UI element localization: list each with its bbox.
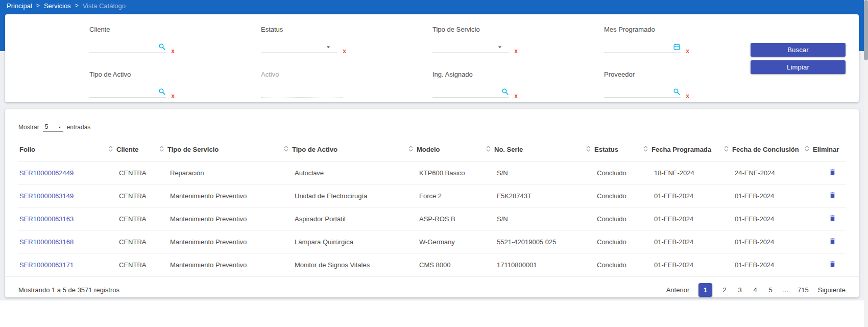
- scrollbar-thumb[interactable]: [864, 0, 868, 60]
- cell-estatus: Concluido: [586, 207, 643, 230]
- filter-panel: Cliente x Estatus x Tipo de Servicio: [5, 14, 859, 102]
- page-size-select[interactable]: 5: [43, 123, 63, 132]
- cell-folio: SER10000063168: [18, 230, 108, 253]
- col-header-fecha-de-conclusion[interactable]: Fecha de Conclusión: [724, 139, 805, 161]
- sort-icon: [159, 145, 164, 154]
- filter-label-proveedor: Proveedor: [604, 71, 776, 78]
- breadcrumb-principal[interactable]: Principal: [7, 2, 32, 10]
- filter-grid: Cliente x Estatus x Tipo de Servicio: [89, 26, 776, 98]
- page-size-select-wrap: 5: [43, 123, 63, 132]
- cell-tipo-de-activo: Unidad de Electrocirugía: [284, 184, 408, 207]
- cell-fecha-programada: 18-ENE-2024: [643, 161, 724, 184]
- tipo-de-servicio-select[interactable]: x: [432, 41, 509, 53]
- sort-icon: [486, 145, 491, 154]
- cell-tipo-de-servicio: Reparación: [159, 161, 284, 184]
- filter-field-estatus: Estatus x: [261, 26, 432, 53]
- pagination-page-715[interactable]: 715: [798, 286, 809, 294]
- pagination-page-3[interactable]: 3: [737, 286, 743, 294]
- filter-label-estatus: Estatus: [261, 26, 432, 33]
- pagination-page-5[interactable]: 5: [767, 286, 774, 294]
- clear-icon[interactable]: x: [171, 93, 175, 99]
- folio-link[interactable]: SER10000063163: [19, 215, 74, 223]
- pagination-previous[interactable]: Anterior: [666, 286, 690, 294]
- proveedor-input[interactable]: x: [604, 86, 681, 98]
- delete-icon[interactable]: [829, 260, 836, 268]
- cell-no-serie: S/N: [486, 161, 586, 184]
- clear-icon[interactable]: x: [171, 48, 175, 54]
- pagination: Anterior 1 2 3 4 5 ... 715 Siguiente: [666, 283, 846, 297]
- calendar-icon[interactable]: [673, 43, 681, 51]
- cliente-input[interactable]: x: [89, 41, 166, 53]
- delete-icon[interactable]: [829, 237, 836, 245]
- folio-link[interactable]: SER10000063149: [19, 192, 74, 200]
- search-icon[interactable]: [158, 88, 166, 96]
- folio-link[interactable]: SER10000063168: [19, 238, 74, 246]
- filter-label-ing-asignado: Ing. Asignado: [432, 71, 604, 78]
- delete-icon[interactable]: [829, 168, 836, 176]
- sort-icon: [408, 145, 413, 154]
- breadcrumb: Principal > Servicios > Vista Catálogo: [0, 0, 864, 11]
- breadcrumb-servicios[interactable]: Servicios: [44, 2, 71, 10]
- cell-modelo: Force 2: [408, 184, 486, 207]
- sort-icon: [724, 145, 729, 154]
- cell-no-serie: F5K28743T: [486, 184, 586, 207]
- search-icon[interactable]: [501, 88, 509, 96]
- search-icon[interactable]: [158, 43, 166, 51]
- delete-icon[interactable]: [829, 214, 836, 222]
- limpiar-button[interactable]: Limpiar: [751, 60, 846, 74]
- delete-icon[interactable]: [829, 191, 836, 199]
- scrollbar[interactable]: [864, 0, 868, 327]
- chevron-down-icon: [324, 43, 332, 51]
- filter-field-cliente: Cliente x: [89, 26, 261, 53]
- col-header-cliente[interactable]: Cliente: [108, 139, 159, 161]
- folio-link[interactable]: SER10000062449: [19, 169, 74, 177]
- cell-modelo: KTP600 Basico: [408, 161, 486, 184]
- ing-asignado-input[interactable]: x: [432, 86, 509, 98]
- filter-label-activo: Activo: [261, 71, 432, 78]
- table-row: SER10000063168 CENTRA Mantenimiento Prev…: [18, 230, 846, 253]
- table-row: SER10000063171 CENTRA Mantenimiento Prev…: [18, 253, 846, 276]
- col-header-estatus[interactable]: Estatus: [586, 139, 643, 161]
- mes-programado-input[interactable]: x: [604, 41, 681, 53]
- cell-fecha-de-conclusion: 01-FEB-2024: [724, 184, 805, 207]
- filter-label-cliente: Cliente: [89, 26, 261, 33]
- clear-icon[interactable]: x: [514, 93, 518, 99]
- estatus-select[interactable]: x: [261, 41, 337, 53]
- search-icon[interactable]: [673, 88, 681, 96]
- col-header-eliminar[interactable]: Eliminar: [805, 139, 846, 161]
- pagination-next[interactable]: Siguiente: [818, 286, 846, 294]
- pagination-page-1[interactable]: 1: [698, 283, 712, 297]
- filter-field-activo: Activo: [261, 71, 432, 98]
- clear-icon[interactable]: x: [686, 48, 689, 54]
- cell-eliminar: [805, 184, 846, 207]
- services-table: Folio Cliente Tipo de Servicio Tipo de A…: [18, 139, 846, 276]
- sort-icon: [805, 145, 809, 154]
- clear-icon[interactable]: x: [514, 48, 518, 54]
- filter-label-tipo-de-activo: Tipo de Activo: [89, 71, 261, 78]
- pagination-page-4[interactable]: 4: [752, 286, 758, 294]
- filter-label-mes-programado: Mes Programado: [604, 26, 776, 33]
- col-header-tipo-de-servicio[interactable]: Tipo de Servicio: [159, 139, 284, 161]
- col-header-folio[interactable]: Folio: [18, 139, 108, 161]
- col-header-fecha-programada[interactable]: Fecha Programada: [643, 139, 724, 161]
- clear-icon[interactable]: x: [686, 93, 689, 99]
- cell-cliente: CENTRA: [108, 161, 159, 184]
- sort-icon: [108, 145, 113, 154]
- cell-estatus: Concluido: [586, 230, 643, 253]
- pagination-page-2[interactable]: 2: [721, 286, 728, 294]
- cell-fecha-de-conclusion: 01-FEB-2024: [724, 253, 805, 276]
- col-header-tipo-de-activo[interactable]: Tipo de Activo: [284, 139, 408, 161]
- cell-fecha-programada: 01-FEB-2024: [643, 253, 724, 276]
- cell-modelo: CMS 8000: [408, 253, 486, 276]
- folio-link[interactable]: SER10000063171: [19, 261, 74, 269]
- cell-eliminar: [805, 207, 846, 230]
- col-header-modelo[interactable]: Modelo: [408, 139, 486, 161]
- page-size-suffix: entradas: [67, 124, 91, 131]
- buscar-button[interactable]: Buscar: [751, 43, 846, 57]
- col-header-no-serie[interactable]: No. Serie: [486, 139, 586, 161]
- breadcrumb-separator: >: [75, 2, 79, 9]
- cell-fecha-de-conclusion: 24-ENE-2024: [724, 161, 805, 184]
- clear-icon[interactable]: x: [343, 48, 346, 54]
- cell-modelo: W-Germany: [408, 230, 486, 253]
- tipo-de-activo-input[interactable]: x: [89, 86, 166, 98]
